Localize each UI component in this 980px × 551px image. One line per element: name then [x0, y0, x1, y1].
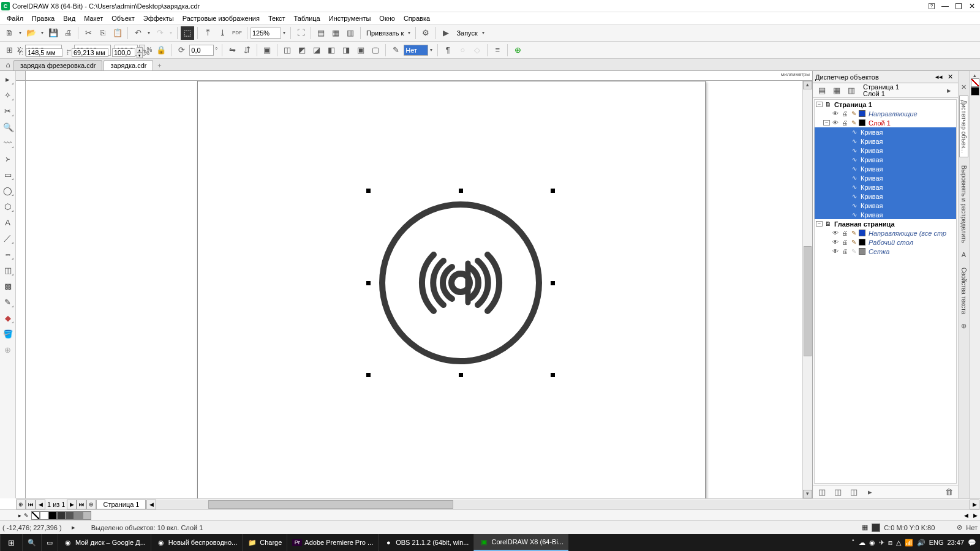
- print-icon[interactable]: 🖨: [840, 110, 848, 118]
- tray-volume-icon[interactable]: 🔊: [917, 539, 925, 547]
- handle-top-center[interactable]: [459, 189, 463, 193]
- layer-color[interactable]: [859, 119, 865, 126]
- new-master-layer-icon[interactable]: ◫: [831, 485, 845, 499]
- home-tab-icon[interactable]: ⌂: [2, 59, 13, 70]
- page-last-icon[interactable]: ⏭: [77, 500, 86, 509]
- redo-dropdown[interactable]: ▾: [168, 30, 174, 36]
- layer-color[interactable]: [859, 239, 865, 246]
- simplify-icon[interactable]: ◧: [325, 43, 338, 57]
- color-swatch[interactable]: [57, 511, 66, 520]
- color-swatch[interactable]: [74, 511, 83, 520]
- page-next-icon[interactable]: ▶: [67, 500, 77, 509]
- node-curve[interactable]: Кривая: [859, 147, 884, 154]
- node-curve[interactable]: Кривая: [859, 211, 884, 219]
- close-button[interactable]: ✕: [965, 1, 979, 12]
- menu-view[interactable]: Вид: [59, 13, 80, 23]
- launch-combo[interactable]: Запуск ▾: [454, 29, 486, 37]
- zoom-input[interactable]: [251, 28, 281, 39]
- fill-swatch-icon[interactable]: [872, 523, 880, 532]
- taskbar-coreldraw[interactable]: ▣CorelDRAW X8 (64-Bi...: [473, 534, 568, 551]
- node-layer1[interactable]: Слой 1: [867, 119, 892, 127]
- scale-y-input[interactable]: [112, 48, 135, 57]
- snap-dropdown[interactable]: ▾: [406, 30, 412, 36]
- import-icon[interactable]: ⤒: [201, 26, 214, 40]
- layer-color[interactable]: [859, 110, 865, 117]
- convert-curves-icon[interactable]: ○: [456, 43, 469, 57]
- menu-file[interactable]: Файл: [2, 13, 28, 23]
- node-curve[interactable]: Кривая: [859, 138, 884, 145]
- color-swatch[interactable]: [48, 511, 57, 520]
- interactive-fill-icon[interactable]: ◆: [1, 311, 15, 324]
- drop-shadow-icon[interactable]: ◫: [1, 263, 15, 277]
- color-swatch[interactable]: [40, 511, 48, 520]
- horizontal-scrollbar[interactable]: ◀ ▶: [147, 500, 979, 509]
- text-tool-icon[interactable]: A: [1, 216, 15, 229]
- outline-width-input[interactable]: [404, 45, 428, 56]
- panel-options-icon[interactable]: ▸: [942, 84, 956, 97]
- minimize-button[interactable]: —: [938, 1, 952, 12]
- print-icon[interactable]: 🖨: [61, 26, 75, 40]
- edit-icon[interactable]: ✎: [850, 239, 858, 246]
- zoom-combo[interactable]: ▾: [251, 28, 287, 39]
- scroll-down-icon[interactable]: ▾: [803, 490, 812, 498]
- outline-width-dropdown[interactable]: ▾: [428, 47, 434, 53]
- fullscreen-icon[interactable]: ⛶: [294, 26, 307, 40]
- dock-close-icon[interactable]: ✕: [960, 83, 968, 92]
- new-layer-icon[interactable]: ◫: [815, 485, 829, 499]
- taskbar-premiere[interactable]: PrAdobe Premiere Pro ...: [287, 534, 378, 551]
- tray-notifications-icon[interactable]: 💬: [968, 539, 976, 547]
- tray-dropbox-icon[interactable]: ⧈: [888, 539, 892, 547]
- edit-layers-icon[interactable]: ▦: [830, 84, 843, 97]
- scroll-up-icon[interactable]: ▴: [803, 81, 812, 89]
- color-swatch[interactable]: [971, 87, 979, 96]
- panel-menu-icon[interactable]: ◂◂: [933, 73, 945, 81]
- menu-window[interactable]: Окно: [375, 13, 399, 23]
- search-content-icon[interactable]: ⬚: [181, 26, 194, 40]
- smart-fill-icon[interactable]: 🪣: [1, 327, 15, 340]
- dock-add-icon[interactable]: ⊕: [960, 322, 968, 331]
- print-icon[interactable]: 🖨: [840, 230, 848, 237]
- show-guides-icon[interactable]: ▥: [344, 26, 357, 40]
- palette-left-icon[interactable]: ◀: [962, 512, 971, 519]
- visible-icon[interactable]: 👁: [831, 248, 839, 255]
- menu-tools[interactable]: Инструменты: [325, 13, 375, 23]
- object-origin-icon[interactable]: ⊞: [2, 43, 16, 57]
- tray-discord-icon[interactable]: ◉: [869, 539, 875, 547]
- visible-icon[interactable]: 👁: [831, 239, 839, 246]
- tray-cloud-icon[interactable]: ☁: [859, 539, 865, 547]
- move-to-layer-icon[interactable]: ▸: [863, 485, 876, 499]
- ruler-vertical[interactable]: [16, 81, 26, 498]
- paste-icon[interactable]: 📋: [111, 26, 124, 40]
- launch-dropdown[interactable]: ▾: [480, 30, 486, 36]
- page-add-right-icon[interactable]: ⊕: [86, 500, 96, 509]
- system-tray[interactable]: ˄ ☁ ◉ ✈ ⧈ △ 📶 🔊 ENG 23:47 💬: [848, 539, 980, 547]
- eyedropper-tool-icon[interactable]: ✎: [1, 295, 15, 309]
- edit-icon[interactable]: ✎: [850, 119, 858, 127]
- new-master-layer-all-icon[interactable]: ◫: [847, 485, 861, 499]
- palette-eyedropper-icon[interactable]: ✎: [24, 512, 29, 519]
- options-icon[interactable]: ⚙: [419, 26, 432, 40]
- back-minus-front-icon[interactable]: ▣: [354, 43, 368, 57]
- zoom-tool-icon[interactable]: 🔍: [1, 120, 15, 133]
- layer-color[interactable]: [859, 230, 865, 236]
- front-minus-back-icon[interactable]: ◨: [339, 43, 353, 57]
- transparency-tool-icon[interactable]: ▩: [1, 279, 15, 293]
- object-tree[interactable]: −🗎Страница 1 −👁🖨✎Направляющие −👁🖨✎Слой 1…: [814, 99, 957, 484]
- export-icon[interactable]: ⤓: [216, 26, 229, 40]
- palette-right-icon[interactable]: ▶: [971, 512, 980, 519]
- taskbar-obs[interactable]: ●OBS 21.1.2 (64bit, win...: [378, 534, 473, 551]
- tree-toggle[interactable]: −: [823, 120, 830, 126]
- size-h-input[interactable]: [72, 48, 108, 57]
- page-first-icon[interactable]: ⏮: [26, 500, 36, 509]
- weld-icon[interactable]: ◫: [281, 43, 294, 57]
- tree-toggle[interactable]: −: [816, 102, 823, 107]
- node-curve[interactable]: Кривая: [859, 174, 884, 182]
- tray-wifi-icon[interactable]: 📶: [905, 539, 913, 547]
- tree-toggle[interactable]: −: [816, 221, 823, 227]
- new-doc-icon[interactable]: 🗎: [2, 26, 16, 40]
- menu-effects[interactable]: Эффекты: [139, 13, 178, 23]
- outline-pen-icon[interactable]: ✎: [389, 43, 402, 57]
- edit-icon[interactable]: ✎: [850, 110, 858, 118]
- taskbar-chrome-2[interactable]: ◉Новый беспроводно...: [151, 534, 242, 551]
- node-grid[interactable]: Сетка: [867, 248, 891, 255]
